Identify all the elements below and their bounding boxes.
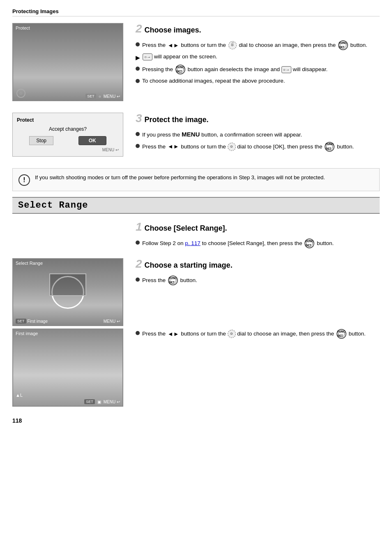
- step2-bullet3: Pressing the FUNCSET button again desele…: [136, 65, 380, 74]
- camera-label-sr: Select Range: [16, 261, 43, 266]
- camera1-bottom-bar: SET ○ MENU ↩: [85, 94, 120, 99]
- sr-step1-title: Choose [Select Range].: [145, 224, 227, 233]
- sr-step1-content: 1 Choose [Select Range]. Follow Step 2 o…: [136, 221, 380, 251]
- sr-step2-bullet1: Press the FUNCSET button.: [136, 275, 380, 285]
- dialog-menu-bar: MENU ↩: [17, 148, 119, 152]
- step2-bullet3-text: Pressing the FUNCSET button again desele…: [142, 65, 327, 74]
- func-set-icon-4: FUNCSET: [304, 238, 314, 248]
- quality-badge: ▲L: [16, 393, 23, 398]
- step2-bullet4: To choose additional images, repeat the …: [136, 77, 380, 85]
- sr-step2-content: 2 Choose a starting image. Press the FUN…: [136, 258, 380, 341]
- page-number: 118: [12, 417, 380, 424]
- sr-step1-number: 1: [136, 221, 142, 233]
- arrows-icon-3: ◄►: [168, 330, 179, 338]
- camera-label-first: First image: [16, 331, 38, 336]
- sr-step1-bullet1-text: Follow Step 2 on p. 117 to choose [Selec…: [142, 238, 334, 248]
- first-image-text: First image: [28, 319, 48, 324]
- section-header: Protecting Images: [12, 8, 380, 16]
- step2-image-col: Protect ⊙ SET ○ MENU ↩: [12, 23, 127, 105]
- step3-bullet2: Press the ◄► buttons or turn the ⊙ dial …: [136, 142, 380, 152]
- dialog-ok-btn[interactable]: OK: [78, 136, 106, 145]
- film-icon: ▣: [97, 400, 101, 404]
- bullet-dot-s3-2: [136, 144, 140, 148]
- thumb-box: [49, 273, 86, 296]
- step3-content: 3 Protect the image. If you press the ME…: [136, 113, 380, 161]
- camera-label-protect: Protect: [16, 25, 30, 30]
- func-set-icon-3: FUNCSET: [325, 142, 334, 152]
- step3-image-col: Protect Accept changes? Stop OK MENU ↩: [12, 113, 127, 161]
- arrows-icon-1: ◄►: [168, 41, 179, 50]
- bullet-dot-sr1: [136, 241, 140, 245]
- arrow-bullet-1: ▶: [136, 53, 140, 62]
- dialog-stop-btn[interactable]: Stop: [29, 136, 53, 145]
- camera3-bottom-left: SET First image: [16, 319, 48, 324]
- sr-step2-title: Choose a starting image.: [145, 261, 233, 270]
- step2-bullet4-text: To choose additional images, repeat the …: [142, 77, 285, 85]
- func-set-icon-6: FUNCSET: [337, 329, 346, 339]
- sky-background: [13, 24, 122, 100]
- camera-screen-select-range: Select Range SET First image MENU ↩: [12, 258, 123, 326]
- func-set-icon-1: FUNCSET: [338, 40, 348, 50]
- dial-icon-2: ⊙: [228, 143, 236, 151]
- dialog-buttons: Stop OK: [17, 136, 119, 145]
- dialog-msg: Accept changes?: [17, 126, 119, 132]
- protect-inline-icon-2: ○→: [281, 66, 291, 73]
- step2-bullet2-text: ○→ will appear on the screen.: [143, 53, 217, 61]
- bullet-dot: [136, 42, 140, 46]
- sr-step2-bullet1-text: Press the FUNCSET button.: [142, 275, 197, 285]
- step2-number: 2: [136, 23, 142, 35]
- protect-inline-icon: ○→: [143, 53, 152, 60]
- sr-bg-2: [13, 329, 122, 406]
- camera4-bottom-bar: SET ▣ MENU ↩: [84, 399, 120, 404]
- notice-text: If you switch shooting modes or turn off…: [35, 174, 325, 182]
- step3-title: Protect the image.: [145, 116, 209, 124]
- set-badge-1: SET: [85, 94, 96, 99]
- camera3-bottom-right: MENU ↩: [104, 319, 120, 324]
- sr-step2-number: 2: [136, 258, 142, 270]
- set-badge-3: SET: [16, 319, 26, 324]
- step2-content: 2 Choose images. Press the ◄► buttons or…: [136, 23, 380, 105]
- set-badge-4: SET: [84, 399, 95, 404]
- notice-icon: !: [18, 174, 30, 186]
- step2-bullet1-text: Press the ◄► buttons or turn the ⊙ dial …: [142, 40, 367, 50]
- func-set-icon-2: FUNCSET: [175, 65, 185, 74]
- camera-bottom-icon: ⊙: [16, 89, 25, 98]
- menu-text-4: MENU ↩: [104, 400, 120, 404]
- bullet-dot-sr2-1: [136, 278, 140, 282]
- step2-bullet2: ▶ ○→ will appear on the screen.: [136, 53, 380, 62]
- func-set-icon-5: FUNCSET: [168, 275, 178, 285]
- dial-icon-3: ⊙: [228, 330, 236, 338]
- protect-symbol: ○: [99, 94, 101, 99]
- step3-number: 3: [136, 113, 142, 124]
- bullet-dot-sr2-2: [136, 331, 140, 335]
- sr-step2-bullet2-text: Press the ◄► buttons or turn the ⊙ dial …: [142, 329, 366, 339]
- bullet-dot-s3-1: [136, 132, 140, 136]
- select-range-section-header: Select Range: [12, 197, 380, 214]
- dial-icon-1: ⊙: [228, 41, 237, 49]
- link-p117[interactable]: p. 117: [185, 240, 201, 246]
- menu-bold-text: MENU: [182, 131, 200, 138]
- dialog-title: Protect: [17, 117, 119, 123]
- bullet-dot-3: [136, 67, 140, 71]
- sr-step1-bullet1: Follow Step 2 on p. 117 to choose [Selec…: [136, 238, 380, 248]
- sr-step2-image-col: Select Range SET First image MENU ↩ Firs…: [12, 258, 127, 409]
- step3-bullet1-text: If you press the MENU button, a confirma…: [142, 130, 302, 139]
- step3-bullet1: If you press the MENU button, a confirma…: [136, 130, 380, 139]
- section-header-text: Protecting Images: [12, 8, 59, 14]
- camera-screen-1: Protect ⊙ SET ○ MENU ↩: [12, 23, 123, 101]
- protect-dialog: Protect Accept changes? Stop OK MENU ↩: [12, 113, 123, 157]
- select-range-title: Select Range: [18, 200, 88, 211]
- menu-text-1: MENU ↩: [104, 94, 120, 99]
- camera-screen-first-image: First image SET ▣ MENU ↩ ▲L: [12, 329, 123, 407]
- step2-title: Choose images.: [145, 26, 201, 35]
- sr-step2-bullet2: Press the ◄► buttons or turn the ⊙ dial …: [136, 329, 380, 339]
- step3-bullet2-text: Press the ◄► buttons or turn the ⊙ dial …: [142, 142, 354, 152]
- step2-bullet1: Press the ◄► buttons or turn the ⊙ dial …: [136, 40, 380, 50]
- arrows-icon-2: ◄►: [168, 142, 179, 151]
- notice-box: ! If you switch shooting modes or turn o…: [12, 168, 380, 191]
- bullet-dot-4: [136, 79, 140, 83]
